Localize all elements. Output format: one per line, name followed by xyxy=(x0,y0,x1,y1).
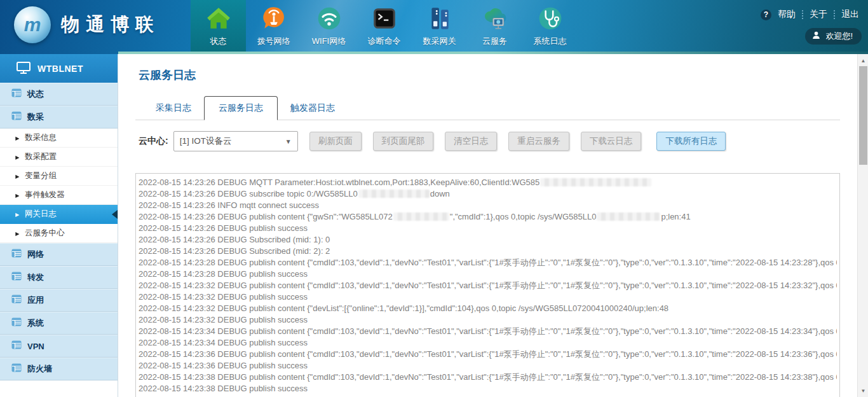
nav-item-system-log[interactable]: 系统日志 xyxy=(522,0,578,52)
log-line: 2022-08-15 14:23:34 DEBUG publish conten… xyxy=(139,326,837,337)
sidebar-item-label: 事件触发器 xyxy=(25,190,65,200)
separator xyxy=(802,10,803,19)
scroll-down-arrow-icon[interactable]: ▼ xyxy=(858,386,868,396)
wifi-icon xyxy=(316,5,342,32)
log-text: 2022-08-15 14:23:38 DEBUG publish conten… xyxy=(139,372,837,382)
log-line: 2022-08-15 14:23:32 DEBUG publish succes… xyxy=(139,291,837,303)
list-grid-icon xyxy=(11,271,22,284)
topbar-links: ?帮助关于退出 xyxy=(761,9,859,20)
nav-item-dial-network[interactable]: 拨号网络 xyxy=(246,0,301,52)
nav-item-label: 云服务 xyxy=(482,36,507,47)
tab-cloud-log[interactable]: 云服务日志 xyxy=(204,96,278,120)
log-line: 2022-08-15 14:23:28 DEBUG publish conten… xyxy=(139,257,837,268)
sidebar-item-gateway-log[interactable]: ▶网关日志 xyxy=(0,205,118,224)
sidebar-header[interactable]: WTBLNET xyxy=(0,54,118,83)
log-text: 2022-08-15 14:23:28 DEBUG publish succes… xyxy=(139,269,308,279)
top-link-logout[interactable]: 退出 xyxy=(841,9,859,20)
current-item-arrow-icon xyxy=(112,210,118,219)
log-text: 2022-08-15 14:23:26 DEBUG Subscribed (mi… xyxy=(139,235,330,244)
log-text: 2022-08-15 14:23:32 DEBUG publish conten… xyxy=(139,281,837,290)
triangle-bullet-icon: ▶ xyxy=(15,173,19,179)
cloud-center-select[interactable]: [1] IOT设备云 ▼ xyxy=(173,131,298,151)
sidebar-item-label: 转发 xyxy=(27,272,44,283)
sidebar-item-firewall[interactable]: 防火墙 xyxy=(0,358,118,380)
user-icon xyxy=(811,31,821,43)
sidebar-item-label: 应用 xyxy=(27,295,44,306)
log-line: 2022-08-15 14:23:32 DEBUG publish conten… xyxy=(139,303,837,314)
sidebar-item-label: 系统 xyxy=(27,317,44,329)
sidebar-item-vpn[interactable]: VPN xyxy=(0,335,118,358)
help-icon: ? xyxy=(761,10,771,20)
top-link-help[interactable]: 帮助 xyxy=(778,9,796,20)
sidebar-item-network[interactable]: 网络 xyxy=(0,243,118,266)
sidebar-item-forward[interactable]: 转发 xyxy=(0,266,118,289)
log-line: 2022-08-15 14:23:26 DEBUG Subscribed (mi… xyxy=(139,246,837,257)
censored-blur xyxy=(393,212,449,221)
log-line: 2022-08-15 14:23:36 DEBUG publish conten… xyxy=(139,349,837,360)
sidebar-item-label: 网络 xyxy=(27,249,44,260)
log-line: 2022-08-15 14:23:26 DEBUG publish succes… xyxy=(139,223,837,234)
sidebar-item-daq-info[interactable]: ▶数采信息 xyxy=(0,129,118,148)
sidebar-item-cloud-center[interactable]: ▶云服务中心 xyxy=(0,224,118,243)
app-window: m 物通博联 状态拨号网络WIFI网络诊断命令数采网关云服务系统日志 ?帮助关于… xyxy=(0,0,868,397)
sidebar-item-daq-config[interactable]: ▶数采配置 xyxy=(0,148,118,167)
sidebar-item-var-group[interactable]: ▶变量分组 xyxy=(0,167,118,186)
nav-item-daq-gateway[interactable]: 数采网关 xyxy=(412,0,467,52)
sidebar-item-label: 防火墙 xyxy=(27,363,52,375)
sidebar-menu: 状态数采▶数采信息▶数采配置▶变量分组▶事件触发器▶网关日志▶云服务中心网络转发… xyxy=(0,83,118,380)
restart-cloud-button[interactable]: 重启云服务 xyxy=(508,132,569,151)
log-text: 2022-08-15 14:23:26 INFO mqtt connect su… xyxy=(139,200,319,210)
main-content: 云服务日志 采集日志云服务日志触发器日志 云中心: [1] IOT设备云 ▼ 刷… xyxy=(118,54,857,397)
log-line: 2022-08-15 14:23:38 DEBUG publish succes… xyxy=(139,383,837,394)
log-line: 2022-08-15 14:23:26 DEBUG Subscribed (mi… xyxy=(139,234,837,246)
log-line: 2022-08-15 14:23:38 DEBUG publish conten… xyxy=(139,372,837,383)
dial-network-icon xyxy=(261,5,287,32)
sidebar-item-system[interactable]: 系统 xyxy=(0,312,118,335)
triangle-bullet-icon: ▶ xyxy=(15,192,19,198)
log-text: 2022-08-15 14:23:34 DEBUG publish succes… xyxy=(139,338,308,347)
top-link-about[interactable]: 关于 xyxy=(810,9,827,20)
clear-log-button[interactable]: 清空日志 xyxy=(445,132,497,151)
log-line: 2022-08-15 14:23:32 DEBUG publish succes… xyxy=(139,314,837,326)
sidebar-item-daq[interactable]: 数采 xyxy=(0,106,118,129)
nav-item-label: 系统日志 xyxy=(534,36,567,47)
log-panel[interactable]: 2022-08-15 14:23:26 DEBUG MQTT Parameter… xyxy=(135,173,840,397)
log-text: 2022-08-15 14:23:36 DEBUG publish conten… xyxy=(139,349,837,359)
goto-bottom-button[interactable]: 到页面尾部 xyxy=(373,132,434,151)
sidebar-item-event-trigger[interactable]: ▶事件触发器 xyxy=(0,186,118,205)
tab-trigger-log[interactable]: 触发器日志 xyxy=(278,97,348,120)
nav-item-label: 数采网关 xyxy=(423,36,456,47)
welcome-badge[interactable]: 欢迎您! xyxy=(805,28,862,45)
sidebar-item-label: 网关日志 xyxy=(25,209,57,219)
sidebar-item-app[interactable]: 应用 xyxy=(0,289,118,312)
list-grid-icon xyxy=(11,88,22,101)
nav-item-wifi-network[interactable]: WIFI网络 xyxy=(301,0,356,52)
brand-logo-text: 物通博联 xyxy=(61,12,160,38)
sidebar-item-label: 数采配置 xyxy=(25,151,57,162)
nav-item-label: 诊断命令 xyxy=(368,36,401,47)
nav-item-label: 拨号网络 xyxy=(257,36,290,47)
tab-bar: 采集日志云服务日志触发器日志 xyxy=(135,96,840,120)
log-text: 2022-08-15 14:23:34 DEBUG publish conten… xyxy=(139,326,837,336)
refresh-page-button[interactable]: 刷新页面 xyxy=(309,132,362,151)
nav-item-status[interactable]: 状态 xyxy=(191,0,246,52)
stethoscope-icon xyxy=(537,5,564,32)
vertical-scrollbar[interactable]: ▲ ▼ xyxy=(857,54,868,397)
log-text: 2022-08-15 14:23:36 DEBUG publish succes… xyxy=(139,361,308,370)
scroll-up-arrow-icon[interactable]: ▲ xyxy=(858,55,868,66)
tab-collect-log[interactable]: 采集日志 xyxy=(143,97,204,120)
nav-item-cloud-service[interactable]: 云服务 xyxy=(467,0,522,52)
triangle-bullet-icon: ▶ xyxy=(15,230,19,236)
nav-item-diagnostic[interactable]: 诊断命令 xyxy=(356,0,412,52)
list-grid-icon xyxy=(11,340,22,352)
sidebar-item-label: 数采信息 xyxy=(25,132,57,143)
triangle-bullet-icon: ▶ xyxy=(15,154,19,160)
download-all-logs-button[interactable]: 下载所有日志 xyxy=(656,132,726,151)
log-line: 2022-08-15 14:23:28 DEBUG publish succes… xyxy=(139,268,837,280)
sidebar-item-status[interactable]: 状态 xyxy=(0,83,118,106)
terminal-icon xyxy=(371,5,398,32)
triangle-bullet-icon: ▶ xyxy=(15,211,19,217)
scrollbar-thumb[interactable] xyxy=(859,66,867,165)
separator xyxy=(834,10,835,19)
download-cloud-log-button[interactable]: 下载云日志 xyxy=(581,132,642,151)
